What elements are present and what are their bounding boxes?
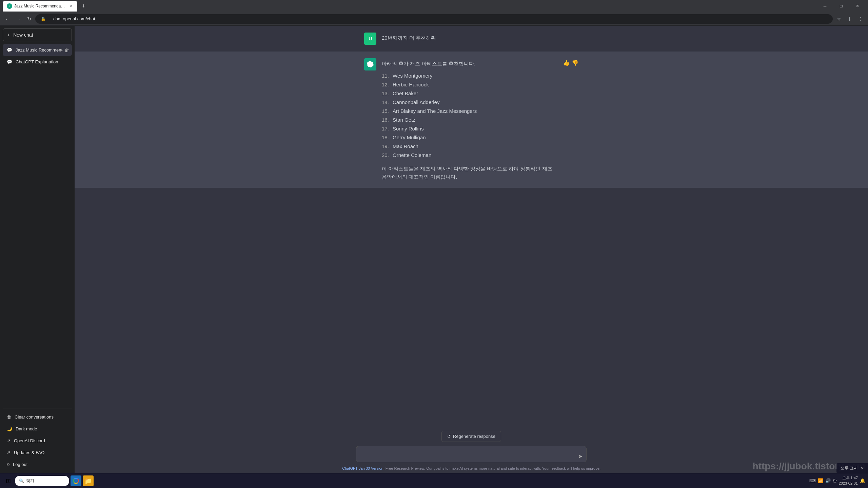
taskbar-keyboard-icon[interactable]: ⌨ xyxy=(809,478,816,483)
taskbar-lang-indicator[interactable]: 한 xyxy=(833,478,837,484)
chat-input-area: ↺ Regenerate response ➤ ChatGPT Jan 30 V… xyxy=(75,427,868,473)
assistant-intro-text: 아래의 추가 재즈 아티스트를 추천합니다: xyxy=(382,60,557,68)
taskbar-date: 2023-02-01 xyxy=(839,481,858,486)
sidebar-item-chatgpt[interactable]: 💬 ChatGPT Explanation xyxy=(3,56,72,68)
jazz-list-item: 19.Max Roach xyxy=(382,142,557,150)
active-tab[interactable]: ♪ Jazz Music Recommendations ✕ xyxy=(3,1,77,12)
close-window-button[interactable]: ✕ xyxy=(850,1,865,12)
dark-mode-button[interactable]: 🌙 Dark mode xyxy=(3,423,72,435)
address-bar[interactable]: 🔒 chat.openai.com/chat xyxy=(35,14,833,24)
faq-icon: ↗ xyxy=(7,450,11,455)
user-message-row: U 20번째까지 더 추천해줘 xyxy=(75,26,868,52)
taskbar: ⊞ 🔍 찾기 📁 ⌨ 📶 🔊 한 오후 1:47 2023-02-01 🔔 xyxy=(0,473,868,488)
bookmark-button[interactable]: ☆ xyxy=(834,14,844,24)
assistant-avatar xyxy=(364,58,376,70)
jazz-num: 18. xyxy=(382,134,391,142)
taskbar-files-icon[interactable]: 📁 xyxy=(83,475,94,486)
input-wrapper: ➤ xyxy=(356,446,587,464)
menu-button[interactable]: ⋮ xyxy=(856,14,865,24)
browser-chrome: ♪ Jazz Music Recommendations ✕ + ─ □ ✕ ←… xyxy=(0,0,868,26)
back-button[interactable]: ← xyxy=(3,14,12,24)
new-chat-button[interactable]: + New chat xyxy=(3,28,72,41)
app-container: + New chat 💬 Jazz Music Recommen ✏ 🗑 💬 C… xyxy=(0,26,868,473)
jazz-artists-list: 11.Wes Montgomery12.Herbie Hancock13.Che… xyxy=(382,72,557,159)
jazz-num: 11. xyxy=(382,72,391,80)
jazz-list-item: 11.Wes Montgomery xyxy=(382,72,557,80)
minimize-button[interactable]: ─ xyxy=(817,1,833,12)
moon-icon: 🌙 xyxy=(7,426,12,431)
new-tab-button[interactable]: + xyxy=(79,1,88,11)
jazz-num: 12. xyxy=(382,81,391,89)
clear-label: Clear conversations xyxy=(15,414,54,420)
trash-icon: 🗑 xyxy=(7,414,11,420)
taskbar-search[interactable]: 🔍 찾기 xyxy=(15,476,69,486)
regenerate-label: Regenerate response xyxy=(453,434,495,439)
taskbar-chrome-icon[interactable] xyxy=(71,475,81,486)
jazz-name: Gerry Mulligan xyxy=(393,134,426,142)
jazz-name: Stan Getz xyxy=(393,116,415,124)
discord-label: OpenAI Discord xyxy=(14,438,45,443)
window-controls: ─ □ ✕ xyxy=(817,1,865,12)
taskbar-network-icon[interactable]: 📶 xyxy=(818,478,823,483)
tab-close-button[interactable]: ✕ xyxy=(68,3,73,9)
taskbar-clock[interactable]: 오후 1:47 2023-02-01 xyxy=(839,475,858,486)
share-button[interactable]: ⬆ xyxy=(845,14,854,24)
regenerate-button[interactable]: ↺ Regenerate response xyxy=(441,431,501,442)
thumbs-up-button[interactable]: 👍 xyxy=(563,60,570,66)
jazz-list-item: 20.Ornette Coleman xyxy=(382,151,557,159)
send-button[interactable]: ➤ xyxy=(578,453,583,460)
jazz-list-item: 12.Herbie Hancock xyxy=(382,81,557,89)
jazz-list-item: 18.Gerry Mulligan xyxy=(382,134,557,142)
clear-conversations-button[interactable]: 🗑 Clear conversations xyxy=(3,411,72,423)
chat-input[interactable] xyxy=(356,446,587,462)
edit-conv-button[interactable]: ✏ xyxy=(59,47,63,53)
notification-close-button[interactable]: ✕ xyxy=(861,466,864,471)
jazz-num: 15. xyxy=(382,107,391,115)
tab-bar: ♪ Jazz Music Recommendations ✕ + ─ □ ✕ xyxy=(0,0,868,12)
taskbar-sound-icon[interactable]: 🔊 xyxy=(825,478,831,483)
faq-label: Updates & FAQ xyxy=(14,450,44,455)
user-message-content: U 20번째까지 더 추천해줘 xyxy=(356,33,587,45)
jazz-name: Art Blakey and The Jazz Messengers xyxy=(393,107,477,115)
jazz-num: 19. xyxy=(382,142,391,150)
maximize-button[interactable]: □ xyxy=(833,1,849,12)
start-button[interactable]: ⊞ xyxy=(3,475,14,486)
taskbar-time: 오후 1:47 xyxy=(839,475,858,481)
jazz-list-item: 16.Stan Getz xyxy=(382,116,557,124)
logout-button[interactable]: ⎋ Log out xyxy=(3,459,72,470)
thumbs-down-button[interactable]: 👎 xyxy=(572,60,578,66)
faq-link[interactable]: ↗ Updates & FAQ xyxy=(3,447,72,459)
chat-icon-2: 💬 xyxy=(7,59,12,64)
assistant-closing-text: 이 아티스트들은 재즈의 역사와 다양한 양상을 바탕으로 하여 정통적인 재즈… xyxy=(382,165,557,181)
footer-link[interactable]: ChatGPT Jan 30 Version xyxy=(342,466,383,470)
taskbar-system-icons: ⌨ 📶 🔊 한 오후 1:47 2023-02-01 🔔 xyxy=(809,475,865,486)
tab-title: Jazz Music Recommendations xyxy=(14,4,66,8)
message-actions: 👍 👎 xyxy=(563,58,578,66)
sidebar: + New chat 💬 Jazz Music Recommen ✏ 🗑 💬 C… xyxy=(0,26,75,473)
jazz-name: Herbie Hancock xyxy=(393,81,429,89)
forward-button[interactable]: → xyxy=(14,14,23,24)
regenerate-icon: ↺ xyxy=(447,434,451,439)
notification-bar: 모두 표시 ✕ xyxy=(836,463,868,473)
discord-icon: ↗ xyxy=(7,438,11,443)
user-message-korean: 20번째까지 더 추천해줘 xyxy=(382,35,436,41)
jazz-list-item: 17.Sonny Rollins xyxy=(382,125,557,133)
discord-link[interactable]: ↗ OpenAI Discord xyxy=(3,435,72,447)
reload-button[interactable]: ↻ xyxy=(24,14,34,24)
jazz-name: Cannonball Adderley xyxy=(393,98,439,106)
taskbar-notification-button[interactable]: 🔔 xyxy=(860,478,865,483)
jazz-list-item: 14.Cannonball Adderley xyxy=(382,98,557,106)
user-avatar: U xyxy=(364,33,376,45)
jazz-num: 17. xyxy=(382,125,391,133)
conv-actions-jazz: ✏ 🗑 xyxy=(59,47,69,53)
delete-conv-button[interactable]: 🗑 xyxy=(64,47,69,53)
jazz-num: 14. xyxy=(382,98,391,106)
jazz-name: Max Roach xyxy=(393,142,418,150)
new-chat-label: New chat xyxy=(13,32,33,38)
sidebar-item-jazz[interactable]: 💬 Jazz Music Recommen ✏ 🗑 xyxy=(3,44,72,56)
jazz-name: Chet Baker xyxy=(393,89,418,98)
assistant-message-row: 아래의 추가 재즈 아티스트를 추천합니다: 11.Wes Montgomery… xyxy=(75,52,868,188)
tab-favicon: ♪ xyxy=(7,3,12,9)
sidebar-spacer xyxy=(3,68,72,408)
logout-icon: ⎋ xyxy=(7,462,9,467)
